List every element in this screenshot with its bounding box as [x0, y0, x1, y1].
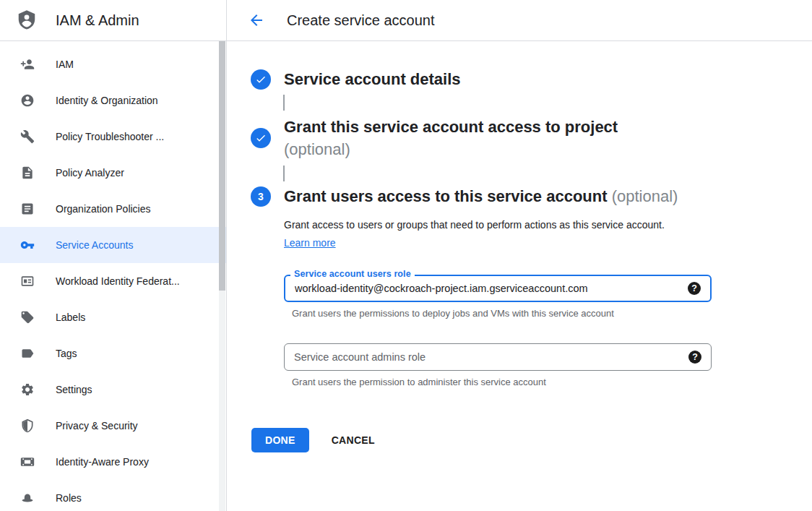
- product-header: IAM & Admin: [0, 0, 227, 41]
- account-circle-icon: [20, 93, 35, 108]
- step-connector: [283, 95, 285, 111]
- wrench-icon: [20, 129, 35, 144]
- admins-role-helper-text: Grant users the permission to administer…: [284, 377, 712, 387]
- learn-more-link[interactable]: Learn more: [284, 237, 336, 249]
- sidebar-item-label: IAM: [56, 59, 74, 70]
- sidebar-item-organization-policies[interactable]: Organization Policies: [0, 191, 226, 227]
- sidebar-item-iam[interactable]: IAM: [0, 46, 226, 82]
- label-icon: [20, 346, 35, 361]
- sidebar-item-label: Settings: [56, 384, 92, 395]
- step3-optional-label: (optional): [612, 187, 678, 205]
- sidebar-item-label: Workload Identity Federat...: [56, 275, 180, 287]
- step1-complete-badge: [251, 69, 271, 90]
- iam-shield-person-icon: [16, 9, 38, 31]
- checkmark-icon: [255, 74, 267, 85]
- step-connector: [283, 166, 285, 181]
- sidebar-item-label: Tags: [56, 348, 77, 359]
- step3-number: 3: [258, 191, 264, 202]
- top-bar: IAM & Admin Create service account: [0, 0, 812, 41]
- iam-admin-screen: IAM & Admin Create service account IAM I…: [0, 0, 812, 511]
- sidebar-item-label: Policy Analyzer: [56, 167, 124, 179]
- step2-title: Grant this service account access to pro…: [284, 116, 618, 138]
- form-actions: DONE CANCEL: [251, 428, 795, 452]
- document-icon: [20, 166, 35, 180]
- users-role-field-label: Service account users role: [290, 269, 415, 279]
- sidebar-item-labels[interactable]: Labels: [0, 299, 226, 335]
- sidebar-item-policy-troubleshooter[interactable]: Policy Troubleshooter ...: [0, 119, 226, 155]
- shield-half-icon: [20, 418, 35, 433]
- sidebar-item-label: Privacy & Security: [56, 420, 138, 431]
- help-icon[interactable]: ?: [688, 282, 701, 295]
- sidebar-item-label: Identity-Aware Proxy: [56, 456, 149, 468]
- key-icon: [20, 238, 35, 252]
- step3-description: Grant access to users or groups that nee…: [284, 216, 683, 252]
- arrow-back-icon: [248, 12, 265, 29]
- admins-role-field-box: ?: [284, 343, 712, 371]
- tag-icon: [20, 310, 35, 325]
- checkmark-icon: [255, 132, 267, 144]
- create-service-account-panel: Service account details Grant this servi…: [228, 41, 812, 511]
- sidebar-item-identity-organization[interactable]: Identity & Organization: [0, 82, 226, 119]
- admins-role-input[interactable]: [294, 351, 688, 363]
- hat-icon: [20, 491, 35, 505]
- users-role-input[interactable]: [295, 283, 688, 294]
- stepper: Service account details Grant this servi…: [228, 41, 812, 452]
- sidebar-item-workload-identity-federation[interactable]: Workload Identity Federat...: [0, 263, 226, 299]
- sidebar-item-label: Identity & Organization: [56, 95, 158, 106]
- step-grant-users-access: 3 Grant users access to this service acc…: [251, 186, 795, 387]
- sidebar-item-label: Policy Troubleshooter ...: [56, 131, 164, 142]
- sidebar-item-service-accounts[interactable]: Service Accounts: [0, 227, 226, 263]
- step-service-account-details: Service account details: [251, 69, 795, 90]
- admins-role-field-group: ?: [284, 343, 712, 371]
- article-icon: [20, 202, 35, 216]
- gear-icon: [20, 382, 35, 397]
- step-grant-access-to-project: Grant this service account access to pro…: [251, 116, 795, 160]
- users-role-helper-text: Grant users the permissions to deploy jo…: [284, 308, 712, 319]
- users-role-field-group: Service account users role ?: [284, 275, 712, 302]
- app-title: IAM & Admin: [56, 12, 139, 29]
- sidebar-item-label: Labels: [56, 312, 85, 323]
- proxy-icon: [20, 455, 35, 469]
- step3-number-badge: 3: [251, 186, 271, 207]
- sidebar-item-identity-aware-proxy[interactable]: Identity-Aware Proxy: [0, 444, 226, 480]
- person-add-icon: [20, 57, 35, 72]
- step3-title: Grant users access to this service accou…: [284, 186, 712, 207]
- step1-title: Service account details: [284, 69, 461, 90]
- sidebar-scrollbar-thumb[interactable]: [219, 41, 225, 291]
- sidebar-nav: IAM Identity & Organization Policy Troub…: [0, 41, 227, 511]
- sidebar-item-label: Service Accounts: [56, 239, 133, 251]
- sidebar-item-label: Roles: [56, 492, 82, 504]
- page-header: Create service account: [227, 0, 812, 41]
- help-icon[interactable]: ?: [688, 351, 701, 364]
- sidebar-item-settings[interactable]: Settings: [0, 372, 226, 408]
- sidebar-item-roles[interactable]: Roles: [0, 480, 226, 511]
- back-button[interactable]: [248, 12, 265, 29]
- sidebar-item-tags[interactable]: Tags: [0, 335, 226, 372]
- page-title: Create service account: [287, 12, 435, 29]
- done-button[interactable]: DONE: [251, 428, 309, 452]
- sidebar-item-label: Organization Policies: [56, 203, 151, 215]
- step2-optional-label: (optional): [284, 138, 618, 160]
- sidebar-item-privacy-security[interactable]: Privacy & Security: [0, 408, 226, 444]
- sidebar-item-policy-analyzer[interactable]: Policy Analyzer: [0, 155, 226, 191]
- id-card-icon: [20, 274, 35, 288]
- step2-complete-badge: [251, 128, 271, 148]
- cancel-button[interactable]: CANCEL: [332, 434, 375, 446]
